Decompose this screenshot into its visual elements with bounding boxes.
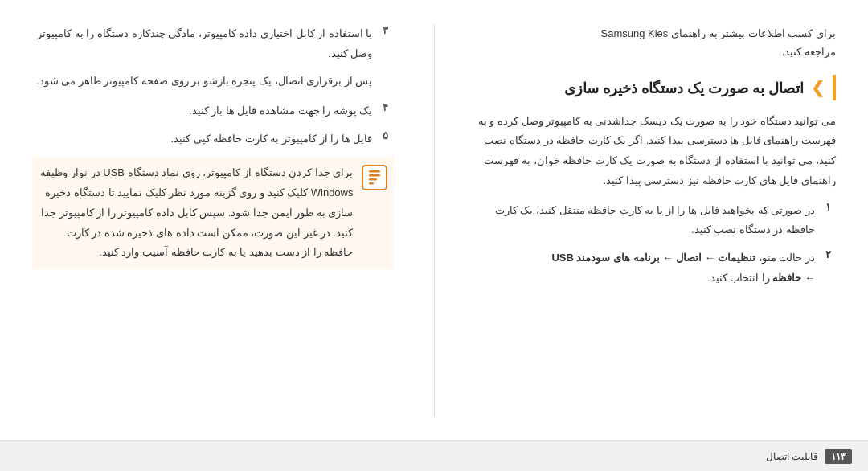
bold-settings: تنظیمات	[718, 252, 755, 264]
reference-line2: مراجعه کنید.	[782, 46, 836, 58]
column-divider	[434, 24, 435, 416]
note-icon	[362, 165, 387, 190]
left-column: ۳ با استفاده از کابل اختیاری داده کامپیو…	[32, 24, 394, 416]
numbered-item-2: ۲ در حالت منو، تنظیمات ← اتصال ← برنامه …	[475, 248, 837, 288]
bold-hafeze: حافظه	[772, 272, 801, 284]
brand-name: Samsung Kies	[600, 27, 668, 39]
right-column: برای کسب اطلاعات بیشتر به راهنمای Samsun…	[475, 24, 837, 416]
reference-line1: برای کسب اطلاعات بیشتر به راهنمای	[671, 27, 836, 39]
item-text-2: در حالت منو، تنظیمات ← اتصال ← برنامه ها…	[475, 248, 816, 288]
footer-label: قابلیت اتصال	[766, 451, 818, 462]
note-text: برای جدا کردن دستگاه از کامپیوتر، روی نم…	[39, 163, 354, 262]
left-item-text-4: یک پوشه را جهت مشاهده فایل ها باز کنید.	[32, 101, 373, 121]
content-area: برای کسب اطلاعات بیشتر به راهنمای Samsun…	[0, 0, 868, 440]
left-item-text-3: با استفاده از کابل اختیاری داده کامپیوتر…	[32, 24, 373, 63]
page-footer: ۱۱۳ قابلیت اتصال	[0, 440, 868, 471]
svg-rect-1	[369, 170, 380, 173]
left-item-5: ۵ فایل ها را از کامپیوتر به کارت حافظه ک…	[32, 129, 394, 149]
svg-rect-4	[369, 182, 374, 185]
bold-usb: برنامه های سودمند USB	[551, 252, 659, 264]
item-number-1: ۱	[820, 201, 836, 213]
item-number-2: ۲	[820, 248, 836, 260]
svg-rect-0	[362, 166, 387, 190]
left-item-4: ۴ یک پوشه را جهت مشاهده فایل ها باز کنید…	[32, 101, 394, 121]
numbered-item-1: ۱ در صورتی که بخواهید فایل ها را از یا ب…	[475, 201, 837, 240]
bold-connect: اتصال	[676, 252, 702, 264]
sub-text: پس از برقراری اتصال، یک پنجره بازشو بر ر…	[32, 72, 373, 92]
left-item-number-4: ۴	[378, 101, 394, 113]
page-number: ۱۱۳	[825, 449, 852, 464]
svg-rect-3	[369, 178, 377, 181]
item-text-1: در صورتی که بخواهید فایل ها را از یا به …	[475, 201, 816, 240]
intro-text: می توانید دستگاه خود را به صورت یک دیسک …	[475, 112, 837, 191]
left-item-text-5: فایل ها را از کامپیوتر به کارت حافظه کپی…	[32, 129, 373, 149]
left-item-number-3: ۳	[378, 24, 394, 36]
svg-rect-2	[369, 174, 380, 177]
left-item-number-5: ۵	[378, 129, 394, 141]
section-title: ❯ اتصال به صورت یک دستگاه ذخیره سازی	[475, 75, 837, 100]
top-reference: برای کسب اطلاعات بیشتر به راهنمای Samsun…	[475, 24, 837, 62]
page-container: برای کسب اطلاعات بیشتر به راهنمای Samsun…	[0, 0, 868, 471]
chevron-icon: ❯	[811, 79, 825, 96]
note-box: برای جدا کردن دستگاه از کامپیوتر، روی نم…	[32, 157, 394, 268]
left-item-3: ۳ با استفاده از کابل اختیاری داده کامپیو…	[32, 24, 394, 63]
